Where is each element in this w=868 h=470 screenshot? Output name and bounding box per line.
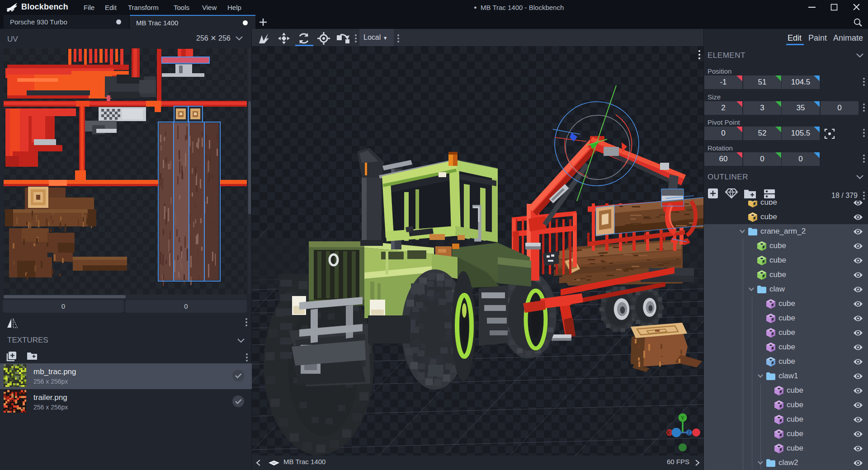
svg-text:Y: Y <box>681 415 684 421</box>
svg-text:Z: Z <box>688 430 690 435</box>
svg-text:X: X <box>666 430 670 435</box>
